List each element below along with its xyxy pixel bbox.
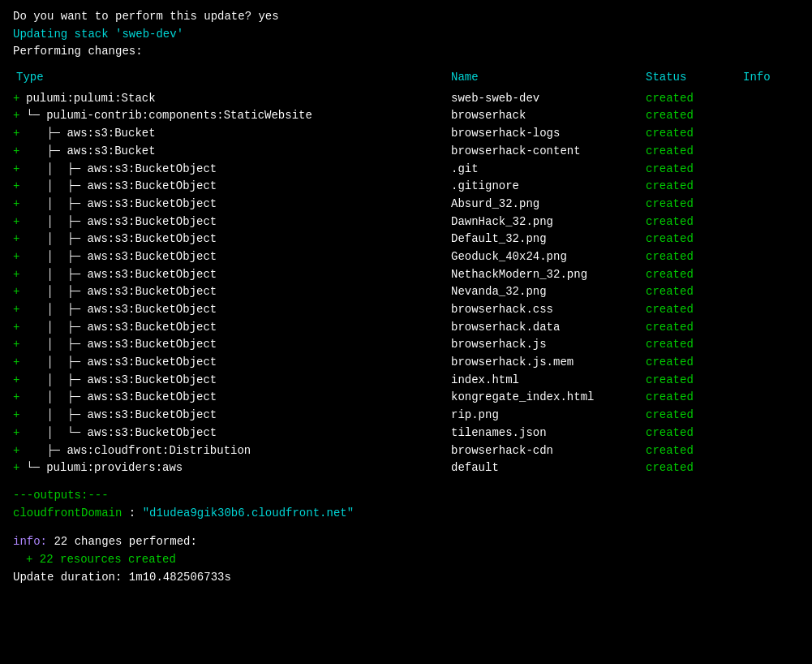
row-plus-icon: +: [13, 196, 26, 213]
table-row: +└─ pulumi-contrib:components:StaticWebs…: [13, 107, 799, 125]
row-name: rip.png: [451, 407, 646, 425]
row-name: browserhack-content: [451, 143, 646, 161]
table-row: + ├─ aws:cloudfront:Distributionbrowserh…: [13, 442, 799, 460]
row-name: browserhack-cdn: [451, 442, 646, 460]
row-plus-icon: +: [13, 125, 26, 143]
row-status: created: [646, 90, 743, 108]
table-row: + │ ├─ aws:s3:BucketObjectbrowserhack.js…: [13, 354, 799, 372]
header-info: Info: [743, 69, 771, 87]
row-name: browserhack-logs: [451, 125, 646, 143]
row-type: │ ├─ aws:s3:BucketObject: [26, 319, 451, 337]
row-type: └─ pulumi:providers:aws: [26, 459, 451, 477]
row-name: browserhack.data: [451, 319, 646, 337]
table-row: + │ ├─ aws:s3:BucketObjectAbsurd_32.pngc…: [13, 196, 799, 213]
row-type: └─ pulumi-contrib:components:StaticWebsi…: [26, 107, 451, 125]
row-plus-icon: +: [13, 442, 26, 460]
table-row: +pulumi:pulumi:Stacksweb-sweb-devcreated: [13, 90, 799, 108]
outputs-label: ---outputs:---: [13, 487, 799, 505]
row-name: browserhack.js: [451, 336, 646, 354]
row-name: browserhack: [451, 107, 646, 125]
row-status: created: [646, 248, 743, 266]
row-status: created: [646, 319, 743, 337]
table-row: + ├─ aws:s3:Bucketbrowserhack-contentcre…: [13, 143, 799, 161]
row-status: created: [646, 196, 743, 213]
table-rows: +pulumi:pulumi:Stacksweb-sweb-devcreated…: [13, 90, 799, 477]
row-status: created: [646, 372, 743, 390]
row-type: │ ├─ aws:s3:BucketObject: [26, 266, 451, 284]
row-status: created: [646, 425, 743, 442]
row-type: pulumi:pulumi:Stack: [26, 90, 451, 108]
row-type: │ ├─ aws:s3:BucketObject: [26, 372, 451, 390]
row-status: created: [646, 407, 743, 425]
row-status: created: [646, 354, 743, 372]
outputs-section: ---outputs:--- cloudfrontDomain : "d1ude…: [13, 487, 799, 522]
row-name: sweb-sweb-dev: [451, 90, 646, 108]
row-status: created: [646, 213, 743, 231]
row-status: created: [646, 336, 743, 354]
row-plus-icon: +: [13, 231, 26, 248]
row-type: │ ├─ aws:s3:BucketObject: [26, 407, 451, 425]
table-row: + │ ├─ aws:s3:BucketObjectbrowserhack.cs…: [13, 301, 799, 319]
table-row: + │ ├─ aws:s3:BucketObjectNethackModern_…: [13, 266, 799, 284]
row-type: │ ├─ aws:s3:BucketObject: [26, 231, 451, 248]
row-status: created: [646, 389, 743, 407]
row-status: created: [646, 161, 743, 179]
row-type: │ ├─ aws:s3:BucketObject: [26, 283, 451, 301]
row-type: ├─ aws:s3:Bucket: [26, 125, 451, 143]
row-status: created: [646, 266, 743, 284]
row-plus-icon: +: [13, 266, 26, 284]
row-plus-icon: +: [13, 161, 26, 179]
row-name: .gitignore: [451, 178, 646, 196]
pre-line-1: Do you want to perform this update? yes: [13, 8, 799, 26]
row-type: │ └─ aws:s3:BucketObject: [26, 425, 451, 442]
row-name: Geoduck_40x24.png: [451, 248, 646, 266]
row-status: created: [646, 231, 743, 248]
row-name: index.html: [451, 372, 646, 390]
pre-line-2: Updating stack 'sweb-dev': [13, 26, 799, 44]
row-plus-icon: +: [13, 301, 26, 319]
row-name: .git: [451, 161, 646, 179]
resource-table: Type Name Status Info +pulumi:pulumi:Sta…: [13, 69, 799, 477]
row-type: ├─ aws:cloudfront:Distribution: [26, 442, 451, 460]
row-plus-icon: +: [13, 407, 26, 425]
row-name: DawnHack_32.png: [451, 213, 646, 231]
row-plus-icon: +: [13, 389, 26, 407]
table-row: +└─ pulumi:providers:awsdefaultcreated: [13, 459, 799, 477]
table-row: + ├─ aws:s3:Bucketbrowserhack-logscreate…: [13, 125, 799, 143]
row-type: │ ├─ aws:s3:BucketObject: [26, 248, 451, 266]
row-plus-icon: +: [13, 143, 26, 161]
row-status: created: [646, 143, 743, 161]
row-name: tilenames.json: [451, 425, 646, 442]
row-name: kongregate_index.html: [451, 389, 646, 407]
info-section: info: 22 changes performed: + 22 resourc…: [13, 533, 799, 586]
row-plus-icon: +: [13, 178, 26, 196]
row-type: │ ├─ aws:s3:BucketObject: [26, 161, 451, 179]
table-row: + │ ├─ aws:s3:BucketObjectkongregate_ind…: [13, 389, 799, 407]
row-plus-icon: +: [13, 107, 26, 125]
row-status: created: [646, 283, 743, 301]
row-plus-icon: +: [13, 336, 26, 354]
table-row: + │ ├─ aws:s3:BucketObjectDefault_32.png…: [13, 231, 799, 248]
row-plus-icon: +: [13, 213, 26, 231]
row-name: browserhack.js.mem: [451, 354, 646, 372]
row-type: │ ├─ aws:s3:BucketObject: [26, 389, 451, 407]
row-plus-icon: +: [13, 372, 26, 390]
table-row: + │ ├─ aws:s3:BucketObjectGeoduck_40x24.…: [13, 248, 799, 266]
row-name: Nevanda_32.png: [451, 283, 646, 301]
row-plus-icon: +: [13, 354, 26, 372]
row-name: default: [451, 459, 646, 477]
row-plus-icon: +: [13, 248, 26, 266]
table-row: + │ ├─ aws:s3:BucketObjectNevanda_32.png…: [13, 283, 799, 301]
table-header: Type Name Status Info: [13, 69, 799, 87]
table-row: + │ ├─ aws:s3:BucketObjectindex.htmlcrea…: [13, 372, 799, 390]
row-status: created: [646, 301, 743, 319]
row-status: created: [646, 178, 743, 196]
row-name: Default_32.png: [451, 231, 646, 248]
row-plus-icon: +: [13, 319, 26, 337]
table-row: + │ ├─ aws:s3:BucketObject.gitignorecrea…: [13, 178, 799, 196]
terminal: Do you want to perform this update? yes …: [13, 8, 799, 586]
row-name: NethackModern_32.png: [451, 266, 646, 284]
table-row: + │ └─ aws:s3:BucketObjecttilenames.json…: [13, 425, 799, 442]
row-name: browserhack.css: [451, 301, 646, 319]
header-status: Status: [646, 69, 743, 87]
